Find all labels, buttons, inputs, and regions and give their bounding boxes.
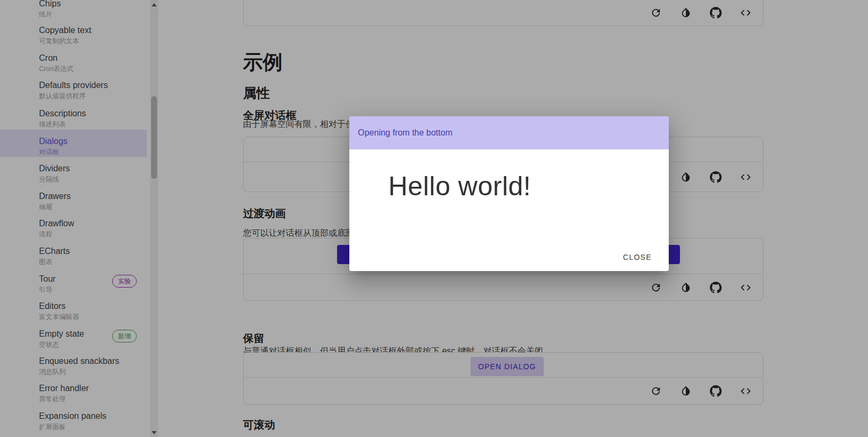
page: Chips纸片Copyable text可复制的文本CronCron表达式Def…: [0, 0, 868, 437]
close-button[interactable]: CLOSE: [614, 248, 660, 267]
dialog-message: Hello world!: [388, 171, 531, 202]
dialog: Opening from the bottom Hello world! CLO…: [349, 116, 669, 271]
dialog-body: Hello world! CLOSE: [349, 149, 669, 271]
dialog-header: Opening from the bottom: [349, 116, 669, 149]
dialog-title: Opening from the bottom: [358, 128, 452, 138]
